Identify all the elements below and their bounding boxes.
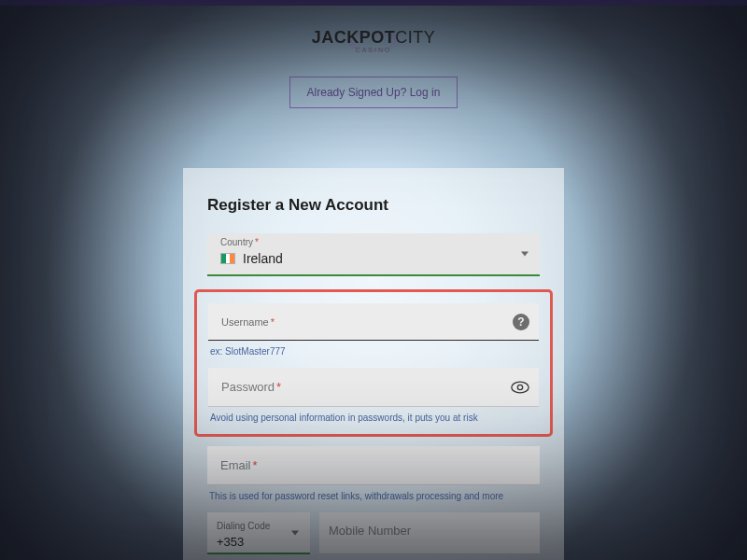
dialing-label: Dialing Code [217, 521, 270, 531]
phone-row: Dialing Code +353 Mobile Number [207, 512, 540, 554]
brand-logo: JACKPOTCITY CASINO [312, 28, 436, 53]
register-title: Register a New Account [207, 196, 540, 215]
email-helper: This is used for password reset links, w… [209, 491, 540, 501]
email-label: Email [220, 458, 251, 472]
required-asterisk: * [253, 458, 258, 472]
mobile-field[interactable]: Mobile Number [319, 512, 540, 554]
required-asterisk: * [255, 237, 259, 247]
logo-tagline: CASINO [312, 47, 436, 53]
dialing-value: +353 [217, 535, 301, 549]
register-panel: Register a New Account Country* Ireland … [183, 168, 564, 560]
password-label: Password [221, 380, 275, 394]
top-accent-bar [0, 0, 747, 6]
login-button[interactable]: Already Signed Up? Log in [289, 77, 458, 108]
email-field[interactable]: Email* [207, 446, 540, 485]
country-value: Ireland [243, 251, 283, 266]
password-helper: Avoid using personal information in pass… [210, 413, 539, 423]
help-icon[interactable]: ? [513, 314, 529, 330]
eye-icon[interactable] [511, 381, 529, 394]
logo-sub: CITY [395, 28, 435, 47]
username-field[interactable]: Username* ? [208, 303, 539, 341]
ireland-flag-icon [220, 253, 235, 264]
username-helper: ex: SlotMaster777 [210, 346, 539, 357]
svg-point-0 [512, 382, 529, 393]
required-asterisk: * [276, 380, 281, 394]
mobile-placeholder: Mobile Number [329, 524, 411, 538]
password-field[interactable]: Password* [208, 368, 539, 407]
credentials-highlight: Username* ? ex: SlotMaster777 Password* … [194, 289, 553, 437]
svg-point-1 [517, 385, 522, 389]
required-asterisk: * [271, 316, 275, 328]
dialing-code-select[interactable]: Dialing Code +353 [207, 512, 310, 554]
country-select[interactable]: Country* Ireland [207, 233, 540, 276]
chevron-down-icon [521, 252, 529, 257]
chevron-down-icon [291, 530, 299, 535]
logo-main: JACKPOT [312, 28, 396, 47]
username-label: Username [221, 316, 269, 328]
country-label: Country [220, 237, 253, 247]
